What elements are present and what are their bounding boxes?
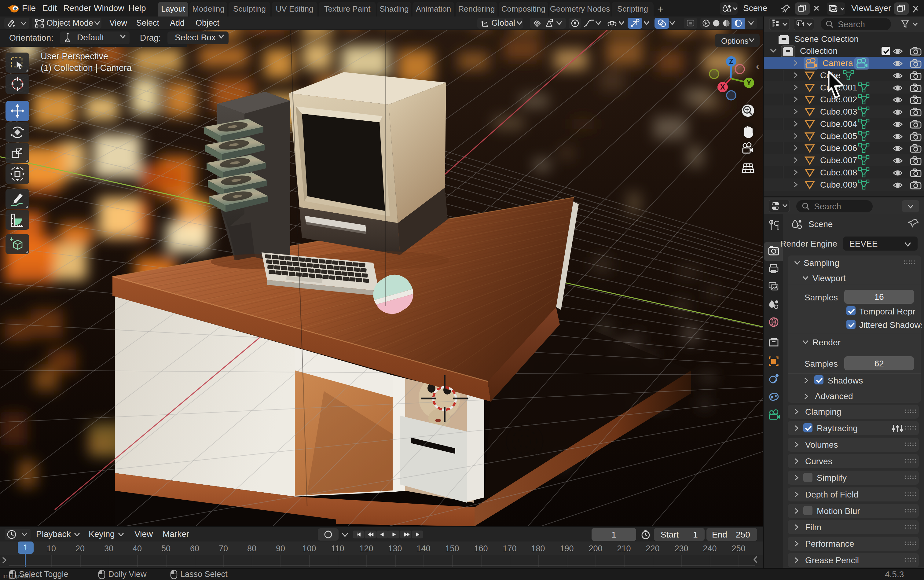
svg-text:X: X — [720, 83, 725, 91]
svg-text:Y: Y — [746, 79, 751, 87]
svg-text:Z: Z — [729, 58, 733, 65]
